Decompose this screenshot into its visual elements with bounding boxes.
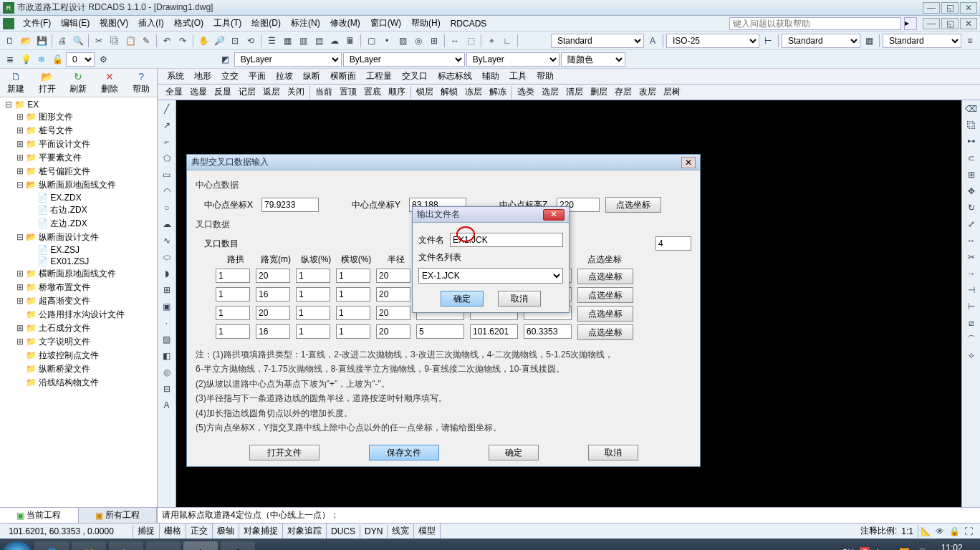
ellipsearc-icon[interactable]: ◗ <box>160 266 174 281</box>
explode-icon[interactable]: ✧ <box>964 349 979 363</box>
tree-node[interactable]: ⊞📁 图形文件 <box>1 110 155 124</box>
tree-node[interactable]: ⊞📁 土石成分文件 <box>1 322 155 335</box>
cadtool-item[interactable]: 解冻 <box>486 85 510 100</box>
menu-view[interactable]: 视图(V) <box>95 16 133 31</box>
plotstyle-select[interactable]: 随颜色 <box>561 52 625 67</box>
layer-settings-icon[interactable]: ⚙ <box>96 52 110 67</box>
sb-lwt[interactable]: 线宽 <box>388 524 414 539</box>
textstyle-icon[interactable]: A <box>645 34 660 48</box>
array-icon[interactable]: ⊞ <box>964 168 979 182</box>
cadtool-item[interactable]: 返层 <box>259 85 284 100</box>
pick-row-button[interactable]: 点选坐标 <box>577 269 633 284</box>
sb-snap[interactable]: 捕捉 <box>133 524 160 539</box>
tree-node[interactable]: 📄 左边.ZDX <box>1 217 155 231</box>
color-select[interactable]: ByLayer <box>234 52 342 67</box>
menu-dim[interactable]: 标注(N) <box>287 16 325 31</box>
save-file-button[interactable]: 保存文件 <box>369 445 439 460</box>
offset-icon[interactable]: ⊂ <box>964 151 979 165</box>
panel-delete-button[interactable]: ✕删除 <box>94 69 125 97</box>
zoom-icon[interactable]: 🔎 <box>212 34 226 48</box>
fork-cell-input[interactable] <box>336 269 370 283</box>
tree-node[interactable]: ⊞📁 桩号文件 <box>1 124 155 138</box>
fork-cell-input[interactable] <box>336 306 370 320</box>
cadtool-item[interactable]: 改层 <box>635 85 660 100</box>
tray-sogou-icon[interactable]: S <box>860 547 870 550</box>
taskbar-app1[interactable]: 🐦 <box>109 541 143 550</box>
point-icon[interactable]: • <box>380 34 394 48</box>
cadtool-item[interactable]: 存层 <box>611 85 635 100</box>
start-button[interactable]: ⊞ <box>3 541 32 550</box>
fork-cell-input[interactable] <box>416 324 464 339</box>
tree-node[interactable]: ⊞📁 平要素文件 <box>1 151 155 165</box>
cut-icon[interactable]: ✂ <box>92 34 106 48</box>
taskbar-help[interactable]: ? <box>221 541 255 550</box>
menu-edit[interactable]: 编辑(E) <box>57 16 94 31</box>
cadtool-item[interactable]: 当前 <box>312 85 336 100</box>
pick-row-button[interactable]: 点选坐标 <box>577 287 633 303</box>
rotate-icon[interactable]: ↻ <box>964 201 979 215</box>
fork-cell-input[interactable] <box>376 324 410 339</box>
menu-rdcads[interactable]: RDCADS <box>446 17 491 30</box>
fork-cell-input[interactable] <box>376 269 410 283</box>
annoscale-icon[interactable]: 📐 <box>918 524 933 539</box>
cadtool-item[interactable]: 置底 <box>360 85 385 100</box>
extend-icon[interactable]: → <box>964 266 979 281</box>
fork-cell-input[interactable] <box>296 287 330 301</box>
dlg2-close-button[interactable]: ✕ <box>543 209 565 221</box>
cadtool-item[interactable]: 层树 <box>660 85 684 100</box>
sb-otrack[interactable]: 对象追踪 <box>283 524 327 539</box>
cadmenu-item[interactable]: 立交 <box>216 69 244 84</box>
tree-node[interactable]: 📁 纵断桥梁文件 <box>1 362 155 376</box>
textstyle-select[interactable]: Standard <box>551 34 644 48</box>
menu-format[interactable]: 格式(O) <box>170 16 208 31</box>
match-icon[interactable]: ✎ <box>139 34 153 48</box>
cadtool-item[interactable]: 顺序 <box>385 85 409 100</box>
taskbar-excel[interactable]: ⊞ <box>146 541 181 550</box>
zoom-window-icon[interactable]: ⊡ <box>228 34 242 48</box>
open-icon[interactable]: 📂 <box>19 34 33 48</box>
fork-cell-input[interactable] <box>376 287 410 301</box>
line-icon[interactable]: ╱ <box>160 102 174 116</box>
fork-cell-input[interactable] <box>296 306 330 320</box>
cadmenu-item[interactable]: 平面 <box>244 69 271 84</box>
toolpalette-icon[interactable]: ▥ <box>296 34 310 48</box>
fork-cell-input[interactable] <box>336 287 370 301</box>
undo-icon[interactable]: ↶ <box>160 34 174 48</box>
tree-node[interactable]: ⊞📁 超高渐变文件 <box>1 294 155 308</box>
fork-count-input[interactable] <box>655 236 691 251</box>
lock-icon[interactable]: 🔒 <box>947 524 961 539</box>
tree-node[interactable]: 📁 公路用排水沟设计文件 <box>1 308 155 322</box>
mlstyle-select[interactable]: Standard <box>883 34 961 48</box>
props-icon[interactable]: ☰ <box>264 34 279 48</box>
taskbar-explorer[interactable]: 📁 <box>72 541 106 550</box>
dlg2-ok-button[interactable]: 确定 <box>441 291 484 307</box>
tablestyle-select[interactable]: Standard <box>782 34 860 48</box>
taskbar-rdcads[interactable]: A <box>183 541 218 550</box>
fork-cell-input[interactable] <box>296 269 330 283</box>
lineweight-select[interactable]: ByLayer <box>466 52 559 67</box>
markup-icon[interactable]: ☁ <box>327 34 342 48</box>
tab-current-project[interactable]: ▣当前工程 <box>0 508 79 523</box>
tree-node[interactable]: ⊟📁 EX <box>1 99 155 110</box>
maxview-icon[interactable]: ⛶ <box>961 524 976 539</box>
fork-cell-input[interactable] <box>216 306 250 320</box>
fork-cell-input[interactable] <box>256 287 290 301</box>
cadmenu-item[interactable]: 辅助 <box>477 69 504 84</box>
dist-icon[interactable]: ↔ <box>448 34 462 48</box>
command-line[interactable]: 请用鼠标点取道路4定位点（中心线上一点）： <box>158 507 980 523</box>
spline-icon[interactable]: ∿ <box>160 233 174 248</box>
paste-icon[interactable]: 📋 <box>123 34 138 48</box>
mdi-close[interactable]: ✕ <box>960 18 977 29</box>
revcloud-icon[interactable]: ☁ <box>160 217 174 231</box>
tree-node[interactable]: 📄 EX.ZSJ <box>1 244 155 256</box>
close-button[interactable]: ✕ <box>960 2 977 14</box>
gradient-icon[interactable]: ◧ <box>160 349 174 363</box>
fork-cell-input[interactable] <box>336 324 370 339</box>
save-icon[interactable]: 💾 <box>34 34 49 48</box>
tree-node[interactable]: 📁 拉坡控制点文件 <box>1 349 155 362</box>
tree-node[interactable]: ⊞📁 平面设计文件 <box>1 138 155 151</box>
cadmenu-item[interactable]: 标志标线 <box>433 69 477 84</box>
redo-icon[interactable]: ↷ <box>176 34 190 48</box>
join-icon[interactable]: ⊢ <box>964 299 979 314</box>
tree-node[interactable]: 📄 EX01.ZSJ <box>1 256 155 267</box>
